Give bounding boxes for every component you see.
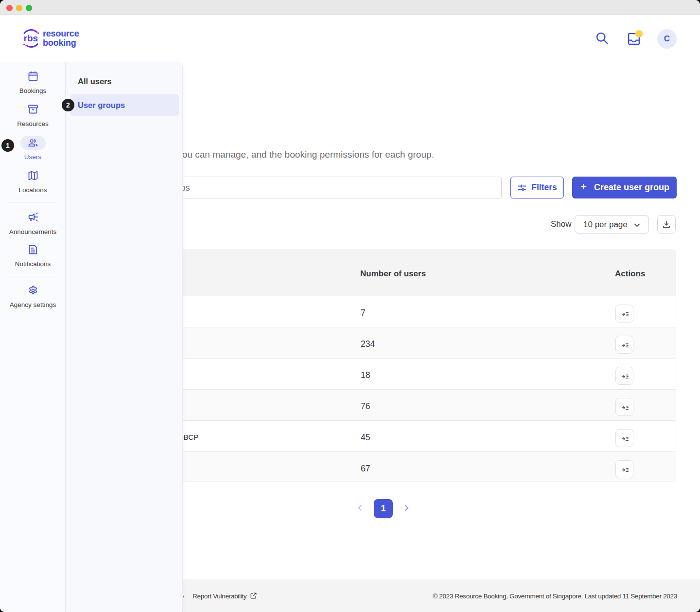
svg-text:rbs: rbs: [23, 33, 38, 43]
